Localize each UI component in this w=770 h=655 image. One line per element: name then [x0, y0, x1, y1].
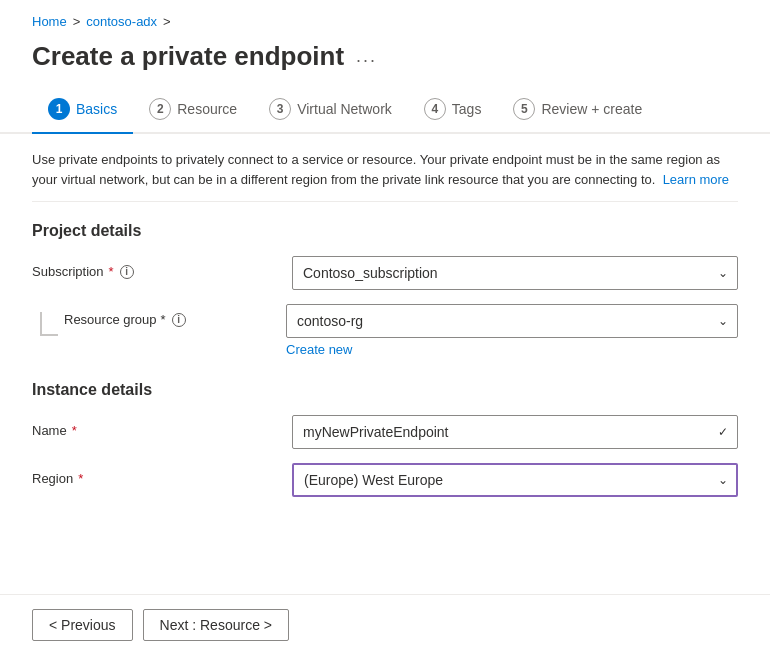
- step-circle-review-create: 5: [513, 98, 535, 120]
- breadcrumb-sep2: >: [163, 14, 171, 29]
- resource-group-label-container: Resource group * i: [64, 304, 286, 327]
- name-label: Name: [32, 423, 67, 438]
- resource-group-dropdown[interactable]: contoso-rg: [286, 304, 738, 338]
- name-row: Name * myNewPrivateEndpoint ✓: [32, 415, 738, 449]
- resource-group-control: contoso-rg ⌄ Create new: [286, 304, 738, 357]
- resource-group-info-icon[interactable]: i: [172, 313, 186, 327]
- subscription-control: Contoso_subscription ⌄: [292, 256, 738, 290]
- step-circle-virtual-network: 3: [269, 98, 291, 120]
- breadcrumb: Home > contoso-adx >: [0, 0, 770, 37]
- project-details-header: Project details: [32, 222, 738, 240]
- step-label-tags: Tags: [452, 101, 482, 117]
- subscription-dropdown[interactable]: Contoso_subscription: [292, 256, 738, 290]
- subscription-dropdown-container: Contoso_subscription ⌄: [292, 256, 738, 290]
- breadcrumb-home[interactable]: Home: [32, 14, 67, 29]
- name-required: *: [72, 423, 77, 438]
- step-circle-resource: 2: [149, 98, 171, 120]
- page-title-container: Create a private endpoint ...: [0, 37, 770, 88]
- create-new-link[interactable]: Create new: [286, 342, 352, 357]
- region-row: Region * (Europe) West Europe ⌄: [32, 463, 738, 497]
- name-dropdown[interactable]: myNewPrivateEndpoint: [292, 415, 738, 449]
- step-label-review-create: Review + create: [541, 101, 642, 117]
- region-label-container: Region *: [32, 463, 292, 486]
- wizard-step-resource[interactable]: 2 Resource: [133, 88, 253, 132]
- step-circle-tags: 4: [424, 98, 446, 120]
- subscription-label-container: Subscription * i: [32, 256, 292, 279]
- breadcrumb-sep1: >: [73, 14, 81, 29]
- step-label-basics: Basics: [76, 101, 117, 117]
- region-control: (Europe) West Europe ⌄: [292, 463, 738, 497]
- name-label-container: Name *: [32, 415, 292, 438]
- next-button[interactable]: Next : Resource >: [143, 609, 289, 641]
- wizard-step-virtual-network[interactable]: 3 Virtual Network: [253, 88, 408, 132]
- subscription-label: Subscription: [32, 264, 104, 279]
- instance-details-section: Instance details Name * myNewPrivateEndp…: [32, 381, 738, 497]
- name-dropdown-container: myNewPrivateEndpoint ✓: [292, 415, 738, 449]
- project-details-section: Project details Subscription * i Contoso…: [32, 222, 738, 357]
- resource-group-dropdown-container: contoso-rg ⌄: [286, 304, 738, 338]
- wizard-step-tags[interactable]: 4 Tags: [408, 88, 498, 132]
- name-control: myNewPrivateEndpoint ✓: [292, 415, 738, 449]
- info-banner: Use private endpoints to privately conne…: [32, 134, 738, 202]
- breadcrumb-resource[interactable]: contoso-adx: [86, 14, 157, 29]
- region-label: Region: [32, 471, 73, 486]
- main-content: Use private endpoints to privately conne…: [0, 134, 770, 594]
- step-label-virtual-network: Virtual Network: [297, 101, 392, 117]
- info-banner-text: Use private endpoints to privately conne…: [32, 152, 720, 187]
- resource-group-label: Resource group: [64, 312, 157, 327]
- subscription-required: *: [109, 264, 114, 279]
- step-circle-basics: 1: [48, 98, 70, 120]
- subscription-row: Subscription * i Contoso_subscription ⌄: [32, 256, 738, 290]
- footer: < Previous Next : Resource >: [0, 594, 770, 655]
- previous-button[interactable]: < Previous: [32, 609, 133, 641]
- wizard-steps: 1 Basics 2 Resource 3 Virtual Network 4 …: [0, 88, 770, 134]
- wizard-step-review-create[interactable]: 5 Review + create: [497, 88, 658, 132]
- resource-group-row: Resource group * i contoso-rg ⌄ Create n…: [32, 304, 738, 357]
- region-required: *: [78, 471, 83, 486]
- learn-more-link[interactable]: Learn more: [663, 172, 729, 187]
- subscription-info-icon[interactable]: i: [120, 265, 134, 279]
- instance-details-header: Instance details: [32, 381, 738, 399]
- region-dropdown[interactable]: (Europe) West Europe: [292, 463, 738, 497]
- wizard-step-basics[interactable]: 1 Basics: [32, 88, 133, 134]
- region-dropdown-container: (Europe) West Europe ⌄: [292, 463, 738, 497]
- page-title: Create a private endpoint: [32, 41, 344, 72]
- step-label-resource: Resource: [177, 101, 237, 117]
- resource-group-required: *: [161, 312, 166, 327]
- page-title-dots: ...: [356, 46, 377, 67]
